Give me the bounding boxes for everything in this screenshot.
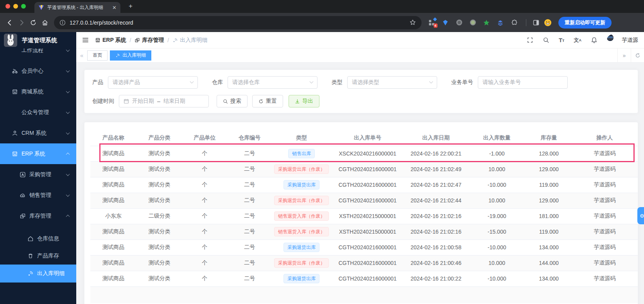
sidebar-item-4[interactable]: CRM 系统 xyxy=(0,123,76,143)
no-icon xyxy=(12,109,18,116)
extension-grid-icon[interactable]: 6 xyxy=(428,19,436,27)
calendar-icon xyxy=(124,98,129,104)
close-window-button[interactable] xyxy=(5,4,10,9)
breadcrumb-stock[interactable]: 库存管理 xyxy=(135,37,164,44)
extension-star-icon[interactable] xyxy=(483,19,490,27)
search-icon[interactable] xyxy=(543,37,549,43)
product-select-placeholder: 请选择产品 xyxy=(113,79,140,86)
site-info-icon[interactable] xyxy=(59,20,66,26)
logo-rabbit-avatar xyxy=(4,34,17,47)
tabs-scroll-right-icon[interactable]: » xyxy=(617,48,631,62)
product-select[interactable]: 请选择产品 xyxy=(108,76,198,89)
cell-unit: 个 xyxy=(183,255,227,271)
extension-kite-icon[interactable] xyxy=(441,19,449,27)
sidebar-item-6[interactable]: 采购管理 xyxy=(0,164,76,185)
sidebar-item-7[interactable]: 销售管理 xyxy=(0,185,76,206)
extensions-puzzle-icon[interactable] xyxy=(509,17,520,29)
zoom-window-button[interactable] xyxy=(21,4,26,9)
date-range-input[interactable]: 开始日期 – 结束日期 xyxy=(119,95,209,107)
side-panel-icon[interactable] xyxy=(530,17,542,29)
floating-settings-button[interactable]: ⚙ xyxy=(637,207,644,224)
back-icon[interactable] xyxy=(4,17,16,29)
fullscreen-icon[interactable] xyxy=(527,37,533,43)
sidebar-item-label: 库存管理 xyxy=(29,213,51,220)
download-icon xyxy=(295,99,300,104)
sidebar-item-11[interactable]: 出入库明细 xyxy=(0,265,76,283)
bookmark-star-icon[interactable] xyxy=(409,19,416,26)
warehouse-filter-label: 仓库 xyxy=(212,79,223,86)
cell-stock: 134.000 xyxy=(526,271,572,286)
extension-sphere-icon[interactable] xyxy=(455,19,463,27)
url-text: 127.0.0.1/erp/stock/record xyxy=(70,20,405,26)
tab-close-icon[interactable]: ✕ xyxy=(112,5,117,11)
language-icon[interactable]: 文A xyxy=(574,37,582,44)
type-select-placeholder: 请选择类型 xyxy=(352,79,379,86)
type-filter-label: 类型 xyxy=(332,79,343,86)
breadcrumb-erp[interactable]: ERP 系统 xyxy=(95,37,126,44)
export-button[interactable]: 导出 xyxy=(289,95,319,107)
sidebar-item-5[interactable]: ERP 系统 xyxy=(0,143,76,164)
extension-green-circle-icon[interactable] xyxy=(469,19,477,27)
chevron-down-icon xyxy=(310,79,314,83)
notification-bell-icon[interactable] xyxy=(591,37,597,43)
type-badge: 采购退货出库（作废） xyxy=(274,258,329,268)
cell-stock: 144.000 xyxy=(526,255,572,271)
sidebar-item-label: 采购管理 xyxy=(29,171,51,178)
sidebar-item-label: 公众号管理 xyxy=(22,109,49,116)
window-controls xyxy=(5,4,26,9)
page-tab-home[interactable]: 首页 xyxy=(87,50,108,61)
cell-operator: 芋道源码 xyxy=(571,161,638,177)
page-tab-record[interactable]: 出入库明细 xyxy=(110,50,151,61)
chevron-down-icon xyxy=(66,89,70,93)
cell-product: 测试商品 xyxy=(90,271,136,286)
bizno-input[interactable]: 请输入业务单号 xyxy=(478,76,568,89)
cell-warehouse: 二号 xyxy=(227,146,272,161)
sidebar-item-3[interactable]: 公众号管理 xyxy=(0,102,76,123)
cell-category: 测试分类 xyxy=(136,255,183,271)
sidebar-item-label: 出入库明细 xyxy=(37,270,65,277)
type-select[interactable]: 请选择类型 xyxy=(347,76,437,89)
font-size-icon[interactable]: Tт xyxy=(559,37,565,43)
page-refresh-icon[interactable] xyxy=(631,48,644,62)
extension-layers-icon[interactable] xyxy=(496,19,504,27)
cell-type: 采购退货出库 xyxy=(272,240,331,255)
reset-button[interactable]: 重置 xyxy=(252,95,283,107)
profile-emoji-icon[interactable] xyxy=(542,17,554,29)
sidebar-item-label: 仓库信息 xyxy=(37,235,59,242)
tabs-scroll-left-icon[interactable]: « xyxy=(80,52,83,59)
sidebar-item-10[interactable]: 产品库存 xyxy=(0,247,76,265)
stock-icon xyxy=(20,213,26,219)
sidebar-logo[interactable]: 芋道管理系统 xyxy=(0,32,76,48)
address-bar[interactable]: 127.0.0.1/erp/stock/record xyxy=(54,16,422,29)
sale-icon xyxy=(20,192,26,198)
type-badge: 采购退货出库 xyxy=(283,274,319,283)
reload-icon[interactable] xyxy=(27,17,39,29)
sidebar-item-2[interactable]: 商城系统 xyxy=(0,81,76,102)
home-icon[interactable] xyxy=(39,17,51,29)
new-tab-button[interactable]: + xyxy=(126,2,135,11)
chevron-up-icon xyxy=(66,152,70,156)
cell-order-no: CGTH20240216000001 xyxy=(331,255,404,271)
user-menu[interactable]: 芋道源 xyxy=(607,34,638,46)
search-button[interactable]: 搜索 xyxy=(217,95,248,107)
cell-unit: 个 xyxy=(183,240,227,255)
create-time-label: 创建时间 xyxy=(92,98,114,105)
browser-tab[interactable]: 芋道管理系统 - 出入库明细 ✕ xyxy=(34,2,120,13)
warehouse-select[interactable]: 请选择仓库 xyxy=(228,76,318,89)
cell-stock: 134.000 xyxy=(526,240,572,255)
cell-order-no: CGTH20240216000001 xyxy=(331,177,404,193)
menu-fold-icon[interactable] xyxy=(82,37,89,43)
sidebar-item-label: 会员中心 xyxy=(22,68,43,75)
sidebar-item-1[interactable]: 会员中心 xyxy=(0,61,76,81)
cell-unit: 个 xyxy=(183,193,227,208)
cell-quantity: -10.000 xyxy=(468,177,526,193)
filter-panel: 产品 请选择产品 仓库 请选择仓库 类型 xyxy=(84,70,638,113)
bizno-filter-label: 业务单号 xyxy=(451,79,473,86)
column-header: 库存量 xyxy=(526,130,572,146)
browser-update-button[interactable]: 重新启动即可更新 xyxy=(558,17,612,29)
sidebar-item-8[interactable]: 库存管理 xyxy=(0,206,76,226)
cell-datetime: 2024-02-16 21:02:44 xyxy=(404,193,468,208)
sidebar-item-9[interactable]: 仓库信息 xyxy=(0,230,76,247)
minimize-window-button[interactable] xyxy=(13,4,18,9)
forward-icon[interactable] xyxy=(16,17,27,29)
